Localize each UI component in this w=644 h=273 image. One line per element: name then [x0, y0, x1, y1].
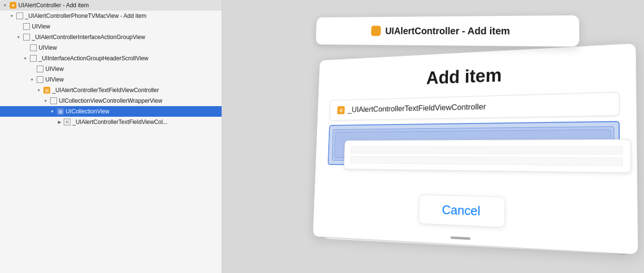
tree-label-textfield-vc: _UIAlertControllerTextFieldViewControlle… [52, 87, 159, 94]
tree-arrow-collection-view[interactable]: ▾ [51, 109, 57, 114]
orange-grid-icon-textfield-vc [43, 87, 50, 94]
tree-label-root: UIAlertController - Add item [18, 2, 89, 9]
cancel-label: Cancel [442, 202, 480, 218]
tree-arrow-collection-wrapper[interactable]: ▾ [44, 98, 50, 103]
tree-item-uiview1[interactable]: UIView [0, 21, 222, 32]
square-icon-collection-wrapper [50, 97, 57, 104]
tree-label-collection-wrapper: UICollectionViewControllerWrapperView [59, 97, 162, 104]
textfield-label-bar: ⊞ _UIAlertControllerTextFieldViewControl… [329, 92, 619, 121]
tree-arrow-textfield-vc[interactable]: ▾ [38, 88, 43, 93]
scrollbar-indicator [450, 236, 470, 240]
square-icon-interface-group [23, 34, 30, 41]
input-field-overlay [344, 139, 631, 173]
square-icon-header-scroll [30, 55, 37, 62]
view-panel: Add item ⊞ _UIAlertControllerTextFieldVi… [222, 0, 644, 273]
add-item-title: Add item [426, 65, 502, 88]
tree-item-uiview2[interactable]: UIView [0, 42, 222, 53]
text-field-inner-2 [350, 156, 623, 166]
add-item-heading: Add item [319, 43, 636, 96]
tree-item-phone-tv[interactable]: ▾_UIAlertControllerPhoneTVMacView - Add … [0, 11, 222, 21]
square-icon-uiview2 [30, 44, 37, 51]
tree-label-phone-tv: _UIAlertControllerPhoneTVMacView - Add i… [25, 13, 146, 19]
tree-arrow-textfield-col[interactable]: ▶ [58, 120, 64, 124]
tree-label-uiview1: UIView [32, 23, 50, 30]
tree-label-uiview3: UIView [45, 66, 64, 72]
tree-arrow-interface-group[interactable]: ▾ [17, 35, 23, 40]
tree-arrow-uiview4[interactable]: ▾ [31, 77, 37, 82]
square-icon-uiview3 [37, 66, 43, 72]
tree-item-header-scroll[interactable]: ▾_UIInterfaceActionGroupHeaderScrollView [0, 53, 222, 64]
tree-arrow-header-scroll[interactable]: ▾ [24, 56, 30, 61]
tree-item-textfield-vc[interactable]: ▾_UIAlertControllerTextFieldViewControll… [0, 85, 222, 96]
textfield-orange-icon: ⊞ [337, 106, 345, 114]
blue-grid-icon-collection-view [57, 108, 64, 115]
tree-label-interface-group: _UIAlertControllerInterfaceActionGroupVi… [32, 34, 145, 41]
tree-item-collection-wrapper[interactable]: ▾UICollectionViewControllerWrapperView [0, 96, 222, 106]
tree-item-uiview4[interactable]: ▾UIView [0, 74, 222, 85]
tree-panel: ▾●UIAlertController - Add item▾_UIAlertC… [0, 0, 222, 273]
tree-arrow-phone-tv[interactable]: ▾ [11, 14, 16, 18]
square-icon-uiview4 [37, 76, 43, 83]
collection-area [328, 121, 620, 168]
title-floating-card: UIAlertController - Add item [315, 15, 580, 47]
tree-item-root[interactable]: ▾●UIAlertController - Add item [0, 0, 222, 11]
tree-label-textfield-col: _UIAlertControllerTextFieldViewCol... [72, 119, 168, 125]
tree-item-collection-view[interactable]: ▾UICollectionView [0, 106, 222, 117]
text-field-inner [350, 146, 623, 154]
tree-arrow-root[interactable]: ▾ [4, 3, 10, 8]
title-orange-icon [371, 26, 381, 36]
title-card-text: UIAlertController - Add item [385, 25, 510, 37]
orange-icon-root: ● [10, 2, 16, 9]
tree-item-uiview3[interactable]: UIView [0, 64, 222, 74]
tree-item-textfield-col[interactable]: ▶_UIAlertControllerTextFieldViewCol... [0, 117, 222, 127]
grid-icon-textfield-col [64, 119, 70, 125]
square-icon-phone-tv [16, 13, 23, 19]
tree-item-interface-group[interactable]: ▾_UIAlertControllerInterfaceActionGroupV… [0, 32, 222, 42]
tree-label-uiview2: UIView [39, 44, 57, 51]
square-icon-uiview1 [23, 23, 30, 30]
tree-label-collection-view: UICollectionView [66, 108, 110, 115]
cancel-button[interactable]: Cancel [419, 194, 505, 228]
main-card: Add item ⊞ _UIAlertControllerTextFieldVi… [312, 43, 638, 255]
textfield-label-text: _UIAlertControllerTextFieldViewControlle… [348, 102, 486, 115]
tree-label-uiview4: UIView [45, 76, 64, 83]
tree-label-header-scroll: _UIInterfaceActionGroupHeaderScrollView [39, 55, 148, 62]
